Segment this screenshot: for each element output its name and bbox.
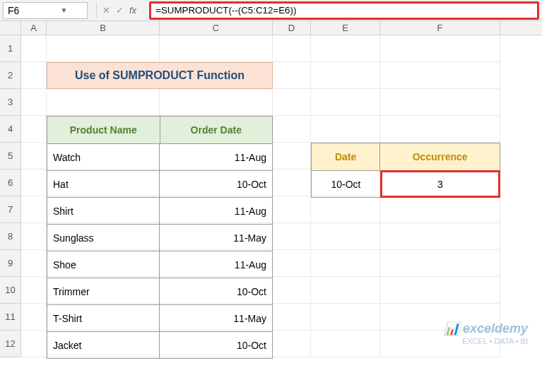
cell[interactable] (21, 143, 47, 170)
cell[interactable] (273, 304, 311, 331)
cell[interactable] (273, 62, 311, 89)
row-header[interactable]: 7 (0, 196, 21, 223)
row-header[interactable]: 11 (0, 304, 21, 331)
col-header-F[interactable]: F (380, 21, 500, 35)
select-all-corner[interactable] (0, 21, 21, 35)
cell[interactable] (160, 35, 273, 62)
formula-input[interactable] (155, 2, 533, 19)
cell[interactable] (311, 89, 380, 116)
name-box-dropdown-icon[interactable]: ▼ (45, 6, 83, 14)
cell-date[interactable]: 11-Aug (160, 198, 272, 224)
col-header-B[interactable]: B (47, 21, 160, 35)
cell-product[interactable]: Shoe (47, 251, 160, 278)
table-row[interactable]: Sunglass11-May (47, 224, 272, 251)
cell[interactable] (311, 35, 380, 62)
cell-product[interactable]: Trimmer (47, 278, 160, 304)
cell[interactable] (380, 277, 500, 304)
cell[interactable] (47, 35, 160, 62)
cell[interactable] (21, 223, 47, 250)
row-header[interactable]: 12 (0, 331, 21, 357)
spreadsheet-grid[interactable]: A B C D E F 1 2 3 4 5 6 7 8 9 10 11 12 U… (0, 21, 542, 392)
cell[interactable] (21, 89, 47, 116)
lookup-date-cell[interactable]: 10-Oct (312, 171, 381, 197)
cell[interactable] (273, 143, 311, 170)
row-header[interactable]: 8 (0, 223, 21, 250)
cell[interactable] (311, 277, 380, 304)
cell[interactable] (21, 196, 47, 223)
table-row[interactable]: Watch11-Aug (47, 143, 272, 170)
confirm-icon[interactable]: ✓ (116, 5, 124, 16)
cell-product[interactable]: Sunglass (47, 225, 160, 251)
row-header[interactable]: 3 (0, 89, 21, 116)
table-row[interactable]: Shoe11-Aug (47, 251, 272, 278)
cell-date[interactable]: 11-May (160, 225, 272, 251)
cancel-icon[interactable]: ✕ (102, 5, 110, 16)
cell[interactable] (311, 196, 380, 223)
cell[interactable] (273, 35, 311, 62)
cell[interactable] (273, 116, 311, 143)
table-row[interactable]: Shirt11-Aug (47, 197, 272, 224)
fx-icon[interactable]: fx (129, 5, 136, 16)
cell[interactable] (273, 250, 311, 277)
row-header[interactable]: 2 (0, 62, 21, 89)
cell[interactable] (160, 89, 273, 116)
cell[interactable] (380, 116, 500, 143)
cell[interactable] (311, 250, 380, 277)
cell-product[interactable]: T-Shirt (47, 305, 160, 331)
cell[interactable] (21, 277, 47, 304)
cell[interactable] (311, 304, 380, 331)
row-header[interactable]: 1 (0, 35, 21, 62)
row-header[interactable]: 6 (0, 170, 21, 196)
cell[interactable] (21, 304, 47, 331)
cell[interactable] (311, 223, 380, 250)
cell-product[interactable]: Watch (47, 144, 160, 170)
cell[interactable] (273, 170, 311, 196)
cell[interactable] (273, 331, 311, 357)
col-header-D[interactable]: D (273, 21, 311, 35)
cell[interactable] (380, 35, 500, 62)
table-row[interactable]: Hat10-Oct (47, 170, 272, 197)
cell[interactable] (21, 331, 47, 357)
cell[interactable] (21, 116, 47, 143)
cell[interactable] (380, 196, 500, 223)
cell-date[interactable]: 10-Oct (160, 278, 272, 304)
row-header[interactable]: 10 (0, 277, 21, 304)
cell[interactable] (380, 250, 500, 277)
cell[interactable] (380, 89, 500, 116)
cell[interactable] (311, 116, 380, 143)
cell[interactable] (21, 62, 47, 89)
cell[interactable] (380, 62, 500, 89)
row-header[interactable]: 9 (0, 250, 21, 277)
cell-date[interactable]: 11-May (160, 305, 272, 331)
cell[interactable] (311, 62, 380, 89)
table-row[interactable]: Jacket10-Oct (47, 331, 272, 358)
cell-date[interactable]: 11-Aug (160, 251, 272, 278)
cell[interactable] (21, 35, 47, 62)
cell-product[interactable]: Hat (47, 171, 160, 197)
cell-date[interactable]: 10-Oct (160, 171, 272, 197)
lookup-result-cell[interactable]: 3 (380, 170, 500, 198)
cell-product[interactable]: Jacket (47, 332, 160, 358)
row-header[interactable]: 5 (0, 143, 21, 170)
cell-date[interactable]: 10-Oct (160, 332, 272, 358)
cell[interactable] (273, 277, 311, 304)
col-header-E[interactable]: E (311, 21, 380, 35)
table-row[interactable]: T-Shirt11-May (47, 304, 272, 331)
cell[interactable] (21, 250, 47, 277)
lookup-row[interactable]: 10-Oct 3 (312, 170, 500, 197)
cell[interactable] (311, 331, 380, 357)
table-row[interactable]: Trimmer10-Oct (47, 278, 272, 304)
cell[interactable] (47, 89, 160, 116)
cell[interactable] (273, 196, 311, 223)
cell[interactable] (380, 223, 500, 250)
cell[interactable] (273, 89, 311, 116)
cell-product[interactable]: Shirt (47, 198, 160, 224)
row-header[interactable]: 4 (0, 116, 21, 143)
cell-date[interactable]: 11-Aug (160, 144, 272, 170)
col-header-product: Product Name (47, 117, 160, 143)
col-header-C[interactable]: C (160, 21, 273, 35)
cell[interactable] (21, 170, 47, 196)
cell[interactable] (273, 223, 311, 250)
col-header-A[interactable]: A (21, 21, 47, 35)
name-box[interactable]: F6 ▼ (3, 2, 88, 19)
